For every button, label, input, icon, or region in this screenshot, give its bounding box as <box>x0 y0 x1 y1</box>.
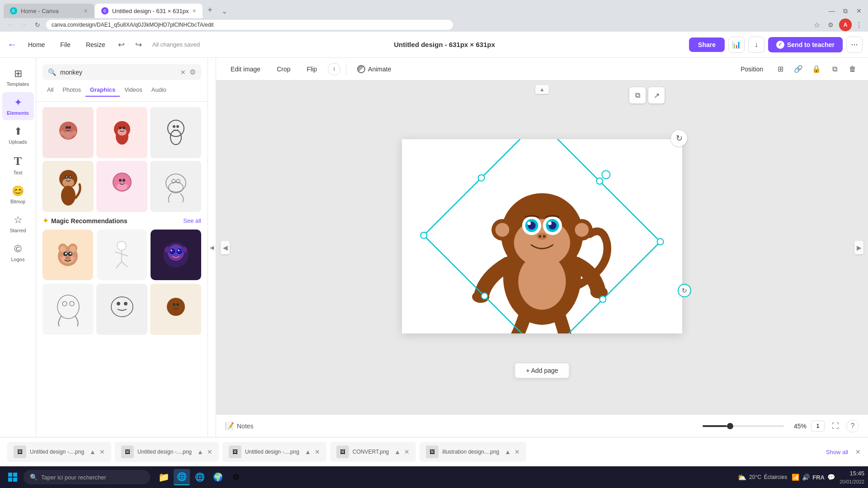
bookmark-button[interactable]: ☆ <box>812 20 822 30</box>
page-number[interactable]: 1 <box>811 421 825 432</box>
sidebar-item-bitmoji[interactable]: 😊 Bitmoji <box>2 181 34 209</box>
tray-close-all[interactable]: ✕ <box>855 448 861 455</box>
share-button[interactable]: Share <box>689 38 725 52</box>
share-element-button[interactable]: ↗ <box>648 87 665 103</box>
search-input[interactable] <box>60 69 177 76</box>
sidebar-item-elements[interactable]: ✦ Elements <box>2 92 34 120</box>
notes-button[interactable]: 📝 Notes <box>225 422 254 430</box>
sidebar-item-uploads[interactable]: ⬆ Uploads <box>2 121 34 149</box>
image-cell-9[interactable] <box>150 284 201 335</box>
forward-button[interactable]: → <box>19 20 29 30</box>
image-cell-3[interactable] <box>150 107 201 158</box>
network-icon[interactable]: 📶 <box>792 474 799 481</box>
taskbar-chrome[interactable]: 🌐 <box>174 469 190 485</box>
magic-cell-1[interactable] <box>42 230 93 280</box>
analytics-button[interactable]: 📊 <box>728 37 745 53</box>
image-cell-7[interactable] <box>42 284 94 335</box>
lock-icon[interactable]: 🔒 <box>810 63 823 75</box>
sidebar-item-logos[interactable]: © Logos <box>2 239 34 267</box>
tray-item-2-toggle[interactable]: ▲ <box>197 448 203 455</box>
redo-button[interactable]: ↪ <box>132 38 146 52</box>
tray-item-1[interactable]: 🖼 Untitled design -....png ▲ ✕ <box>7 442 111 462</box>
filter-tab-all[interactable]: All <box>42 84 58 97</box>
animate-button[interactable]: Animate <box>352 62 396 76</box>
tray-item-2[interactable]: 🖼 Untitled design -....png ▲ ✕ <box>115 442 219 462</box>
browser-more-button[interactable]: ⋮ <box>855 21 863 29</box>
tray-item-4[interactable]: 🖼 CONVERT.png ▲ ✕ <box>330 442 416 462</box>
image-cell-8[interactable] <box>96 284 147 335</box>
volume-icon[interactable]: 🔊 <box>802 474 810 481</box>
tray-item-5[interactable]: 🖼 illustration design....png ▲ ✕ <box>420 442 526 462</box>
filter-tab-videos[interactable]: Videos <box>120 84 147 97</box>
address-bar[interactable]: canva.com/design/DAE1_q5u8XA/q0J3kMOjHD7… <box>46 20 453 30</box>
filter-tab-photos[interactable]: Photos <box>58 84 85 97</box>
image-cell-4[interactable] <box>42 161 94 212</box>
filter-icon[interactable]: ⚙ <box>189 68 196 76</box>
tray-item-5-toggle[interactable]: ▲ <box>505 448 511 455</box>
tab-design-close[interactable]: ✕ <box>192 8 196 14</box>
copy-style-icon[interactable]: ⧉ <box>828 63 841 75</box>
refresh-button[interactable]: ↻ <box>33 20 42 30</box>
sidebar-item-starred[interactable]: ☆ Starred <box>2 210 34 238</box>
show-all-button[interactable]: Show all <box>822 447 852 457</box>
undo-button[interactable]: ↩ <box>114 38 129 52</box>
filter-tab-audio[interactable]: Audio <box>147 84 171 97</box>
restore-button[interactable]: ⧉ <box>840 5 851 16</box>
new-tab-button[interactable]: + <box>203 4 216 16</box>
expand-right[interactable]: ▶ <box>854 241 863 254</box>
help-button[interactable]: ? <box>846 420 859 432</box>
magic-cell-2[interactable] <box>97 230 147 280</box>
tab-home[interactable]: C Home - Canva ✕ <box>4 4 94 18</box>
start-button[interactable] <box>4 468 22 486</box>
image-cell-2[interactable] <box>96 107 147 158</box>
add-page-button[interactable]: + Add page <box>514 363 569 378</box>
canva-home-button[interactable]: ← <box>5 37 19 52</box>
taskbar-search-box[interactable]: 🔍 Taper ici pour rechercher <box>24 470 150 484</box>
tray-item-2-close[interactable]: ✕ <box>207 448 212 455</box>
tray-item-4-close[interactable]: ✕ <box>404 448 410 455</box>
taskbar-app-2[interactable]: 🌐 <box>192 469 208 485</box>
tray-item-3-toggle[interactable]: ▲ <box>305 448 311 455</box>
minimize-button[interactable]: — <box>826 5 837 16</box>
more-options-button[interactable]: ··· <box>846 37 863 53</box>
image-cell-5[interactable] <box>96 161 147 212</box>
tab-design[interactable]: C Untitled design - 631 × 631px ✕ <box>95 4 203 18</box>
tab-home-close[interactable]: ✕ <box>84 8 88 14</box>
zoom-slider[interactable] <box>703 425 784 427</box>
send-teacher-button[interactable]: ✓ Send to teacher <box>768 37 843 52</box>
weather-widget[interactable]: ⛅ 20°C Éclaircies <box>737 473 787 482</box>
download-button[interactable]: ↓ <box>748 37 764 53</box>
tray-item-5-close[interactable]: ✕ <box>514 448 520 455</box>
copy-page-button[interactable]: ⧉ <box>629 87 646 103</box>
grid-icon[interactable]: ⊞ <box>774 63 787 75</box>
position-button[interactable]: Position <box>735 63 769 75</box>
language-indicator[interactable]: FRA <box>812 474 825 481</box>
flip-button[interactable]: Flip <box>302 63 323 75</box>
tab-dropdown[interactable]: ⌄ <box>219 5 230 16</box>
taskbar-app-3[interactable]: 🌍 <box>210 469 226 485</box>
crop-button[interactable]: Crop <box>271 63 296 75</box>
notification-icon[interactable]: 💬 <box>827 474 835 481</box>
edit-image-button[interactable]: Edit image <box>225 63 266 75</box>
clock[interactable]: 15:45 20/01/2022 <box>840 469 864 485</box>
image-cell-6[interactable] <box>150 161 201 212</box>
tray-item-3-close[interactable]: ✕ <box>315 448 320 455</box>
filter-tab-graphics[interactable]: Graphics <box>85 84 120 97</box>
see-all-link[interactable]: See all <box>183 217 201 224</box>
sidebar-item-templates[interactable]: ⊞ Templates <box>2 63 34 91</box>
image-cell-1[interactable] <box>42 107 94 158</box>
trash-icon[interactable]: 🗑 <box>846 63 859 75</box>
extensions-button[interactable]: ⚙ <box>826 20 835 30</box>
tray-item-4-toggle[interactable]: ▲ <box>394 448 401 455</box>
tray-item-1-toggle[interactable]: ▲ <box>90 448 96 455</box>
close-window-button[interactable]: ✕ <box>854 5 864 16</box>
canvas-page[interactable]: ↻ <box>402 139 682 333</box>
info-button[interactable]: i <box>328 63 340 75</box>
tray-item-3[interactable]: 🖼 Untitled design -....png ▲ ✕ <box>222 442 326 462</box>
taskbar-app-4[interactable]: ⚙ <box>228 469 244 485</box>
sidebar-item-text[interactable]: T Text <box>2 150 34 180</box>
rotate-button[interactable]: ↻ <box>671 130 687 146</box>
resize-button[interactable]: Resize <box>80 38 112 51</box>
search-box[interactable]: 🔍 ✕ ⚙ <box>42 64 201 80</box>
home-button[interactable]: Home <box>22 38 51 51</box>
